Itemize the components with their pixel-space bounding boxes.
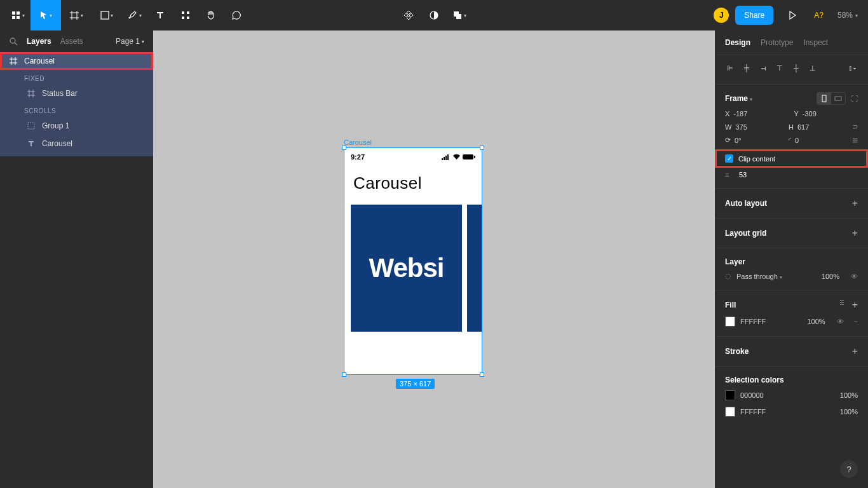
align-vcenter-icon[interactable]: ┼ [791,64,801,72]
pen-tool-button[interactable]: ▾ [122,0,147,30]
prototype-tab[interactable]: Prototype [761,38,793,47]
add-layout-grid-icon[interactable]: + [852,227,858,239]
page-selector[interactable]: Page 1▾ [116,37,144,46]
frame-tool-button[interactable]: ▾ [61,0,92,30]
assets-tab[interactable]: Assets [60,37,83,46]
layer-section-title: Layer [725,257,745,266]
fill-swatch[interactable] [725,316,735,327]
add-auto-layout-icon[interactable]: + [852,198,858,209]
distribute-icon[interactable]: ⫿▾ [848,64,858,72]
layer-label: Status Bar [42,89,78,98]
y-input[interactable]: -309 [803,110,817,118]
design-tab[interactable]: Design [725,38,750,47]
align-hcenter-icon[interactable]: ╪ [742,64,752,72]
canvas[interactable]: Carousel 9:27 Carousel Websi 375 × 617 [153,30,715,488]
alignment-controls: ⊫ ╪ ⫤ ⊤ ┼ ⊥ ⫿▾ [725,62,858,78]
w-input[interactable]: 375 [735,123,747,131]
landscape-icon[interactable] [831,93,845,104]
svg-rect-17 [835,97,841,100]
constrain-proportions-icon[interactable]: ⊃ [852,123,858,131]
x-label: X [725,110,729,118]
layout-grid-title: Layout grid [725,229,766,238]
fill-visibility-icon[interactable]: 👁 [837,318,844,325]
components-icon[interactable] [396,0,421,30]
user-avatar[interactable]: J [714,8,729,23]
selection-handle-ne[interactable] [480,146,484,150]
layer-label: Carousel [24,57,55,65]
selection-handle-nw[interactable] [342,146,346,150]
rotation-input[interactable]: 0° [735,137,742,144]
scrolls-section-label: SCROLLS [0,102,153,117]
spacing-input[interactable]: 53 [739,171,858,179]
fill-hex-input[interactable]: FFFFFF [740,318,766,325]
svg-rect-10 [442,158,443,160]
layer-status-bar[interactable]: Status Bar [0,85,153,102]
comment-tool-button[interactable] [224,0,249,30]
layer-opacity-input[interactable]: 100% [822,273,839,280]
canvas-frame-label[interactable]: Carousel [344,139,372,146]
selection-handle-se[interactable] [480,372,484,377]
frame-icon [27,89,36,98]
blend-icon: ◌ [725,272,731,280]
frame-section-title[interactable]: Frame ▾ [725,94,752,103]
resize-to-fit-icon[interactable]: ⛶ [851,95,858,102]
orientation-toggle[interactable] [817,92,846,105]
help-button[interactable]: ? [840,460,858,478]
fill-style-icon[interactable]: ⠿ [839,299,844,311]
move-tool-button[interactable]: ▾ [31,0,61,30]
text-tool-button[interactable] [147,0,173,30]
clip-content-checkbox[interactable]: ✓ [725,154,733,163]
layer-carousel-root[interactable]: Carousel [0,52,153,70]
shape-tool-button[interactable]: ▾ [92,0,122,30]
resources-button[interactable] [173,0,198,30]
layer-label: Carousel [42,139,72,148]
selection-color-row[interactable]: 000000 100% [725,387,858,403]
y-label: Y [794,110,799,118]
svg-rect-9 [28,123,34,129]
independent-corners-icon[interactable]: ⊞ [852,136,858,144]
frame-icon [9,57,18,65]
svg-point-8 [10,38,15,43]
layer-label: Group 1 [42,121,69,130]
portrait-icon[interactable] [817,93,831,104]
layers-tab[interactable]: Layers [27,37,51,46]
auto-layout-title: Auto layout [725,199,767,208]
share-button[interactable]: Share [735,6,773,25]
h-input[interactable]: 617 [797,123,809,131]
radius-icon: ◜ [789,136,791,144]
add-fill-icon[interactable]: + [852,299,858,311]
align-left-icon[interactable]: ⊫ [725,64,735,72]
add-stroke-icon[interactable]: + [852,346,858,357]
mask-icon[interactable] [421,0,447,30]
svg-rect-15 [474,156,475,158]
fill-opacity-input[interactable]: 100% [807,318,825,325]
visibility-icon[interactable]: 👁 [851,273,858,280]
radius-input[interactable]: 0 [795,137,799,144]
search-icon[interactable] [9,37,18,46]
remove-fill-icon[interactable]: − [854,318,858,325]
blend-mode-dropdown[interactable]: Pass through ▾ [736,273,782,280]
align-bottom-icon[interactable]: ⊥ [808,64,818,72]
inspect-tab[interactable]: Inspect [803,38,828,47]
zoom-dropdown[interactable]: 58%▾ [832,11,863,20]
main-menu-button[interactable]: ▾ [5,0,31,30]
svg-rect-4 [187,17,189,19]
selection-color-row[interactable]: FFFFFF 100% [725,403,858,420]
x-input[interactable]: -187 [733,110,747,118]
svg-rect-13 [447,154,449,160]
svg-rect-3 [182,17,184,19]
size-badge: 375 × 617 [396,379,435,389]
fill-section-title: Fill [725,301,736,309]
canvas-frame[interactable]: 9:27 Carousel Websi [344,147,482,375]
boolean-icon[interactable]: ▾ [447,0,472,30]
layers-panel: Layers Assets Page 1▾ Carousel FIXED Sta… [0,30,153,488]
fixed-section-label: FIXED [0,70,153,85]
align-top-icon[interactable]: ⊤ [775,64,785,72]
selection-handle-sw[interactable] [342,372,346,377]
align-right-icon[interactable]: ⫤ [758,64,768,72]
layer-group-1[interactable]: Group 1 [0,117,153,135]
layer-carousel-text[interactable]: Carousel [0,135,153,152]
svg-rect-16 [822,95,826,102]
present-button[interactable] [780,0,805,30]
hand-tool-button[interactable] [198,0,224,30]
